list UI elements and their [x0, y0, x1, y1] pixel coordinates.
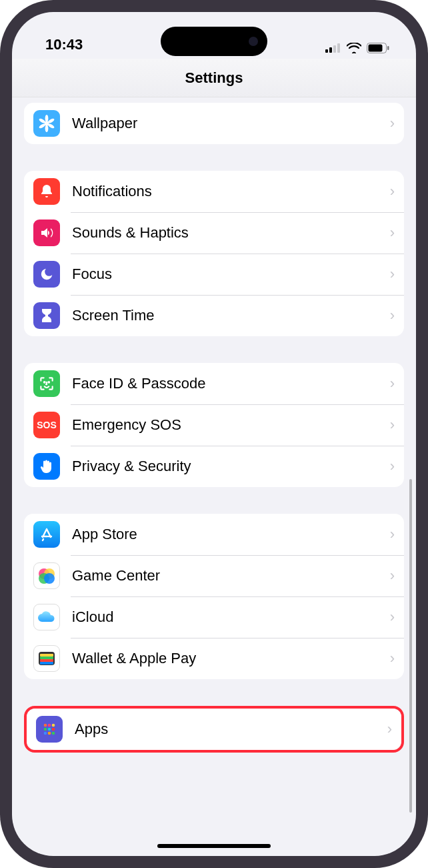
row-notifications[interactable]: Notifications ›: [24, 171, 404, 212]
svg-rect-6: [387, 46, 389, 50]
svg-rect-2: [333, 45, 336, 53]
wallet-icon: [33, 645, 60, 672]
svg-point-11: [45, 125, 49, 132]
dynamic-island: [161, 27, 267, 56]
svg-point-15: [48, 382, 49, 383]
svg-point-14: [44, 382, 45, 383]
row-emergency-sos[interactable]: SOS Emergency SOS ›: [24, 404, 404, 446]
bell-icon: [33, 178, 60, 205]
svg-point-25: [44, 724, 47, 727]
chevron-right-icon: ›: [390, 266, 395, 283]
chevron-right-icon: ›: [390, 526, 395, 543]
row-label: App Store: [72, 526, 390, 543]
row-screen-time[interactable]: Screen Time ›: [24, 295, 404, 336]
nav-header: Settings: [12, 59, 416, 97]
row-game-center[interactable]: Game Center ›: [24, 555, 404, 596]
moon-icon: [33, 261, 60, 288]
svg-point-27: [52, 724, 55, 727]
phone-frame: 10:43 Settings Wallpaper ›: [0, 0, 428, 868]
battery-icon: [367, 43, 389, 53]
svg-rect-0: [325, 49, 328, 53]
flower-icon: [33, 110, 60, 137]
hand-icon: [33, 453, 60, 480]
svg-point-28: [44, 728, 47, 731]
row-label: Face ID & Passcode: [72, 375, 390, 392]
settings-group: Wallpaper ›: [24, 103, 404, 144]
cellular-icon: [325, 43, 341, 53]
svg-rect-23: [40, 659, 53, 662]
svg-rect-24: [40, 662, 53, 665]
settings-group: Face ID & Passcode › SOS Emergency SOS ›…: [24, 363, 404, 487]
svg-point-8: [45, 115, 49, 122]
scrollbar[interactable]: [409, 479, 412, 813]
chevron-right-icon: ›: [390, 416, 395, 434]
hourglass-icon: [33, 302, 60, 329]
row-app-store[interactable]: App Store ›: [24, 514, 404, 555]
svg-rect-1: [329, 47, 332, 53]
face-icon: [33, 370, 60, 397]
status-time: 10:43: [45, 36, 83, 53]
chevron-right-icon: ›: [390, 608, 395, 626]
row-face-id-passcode[interactable]: Face ID & Passcode ›: [24, 363, 404, 404]
row-wallet-apple-pay[interactable]: Wallet & Apple Pay ›: [24, 638, 404, 679]
chevron-right-icon: ›: [390, 567, 395, 584]
row-label: Privacy & Security: [72, 458, 390, 475]
chevron-right-icon: ›: [390, 224, 395, 242]
row-focus[interactable]: Focus ›: [24, 254, 404, 295]
screen: 10:43 Settings Wallpaper ›: [12, 12, 416, 856]
row-privacy-security[interactable]: Privacy & Security ›: [24, 446, 404, 487]
svg-point-32: [48, 732, 51, 735]
chevron-right-icon: ›: [390, 458, 395, 475]
chevron-right-icon: ›: [390, 115, 395, 132]
wifi-icon: [347, 43, 361, 53]
svg-point-31: [44, 732, 47, 735]
svg-point-19: [44, 573, 55, 584]
apps-icon: [36, 716, 63, 743]
chevron-right-icon: ›: [390, 650, 395, 667]
svg-rect-21: [40, 654, 53, 657]
row-label: Game Center: [72, 567, 390, 584]
row-wallpaper[interactable]: Wallpaper ›: [24, 103, 404, 144]
status-icons: [325, 43, 389, 53]
row-label: Wallet & Apple Pay: [72, 650, 390, 667]
row-label: Wallpaper: [72, 115, 390, 132]
row-icloud[interactable]: iCloud ›: [24, 596, 404, 638]
home-indicator[interactable]: [157, 844, 271, 848]
chevron-right-icon: ›: [390, 375, 395, 392]
gamecenter-icon: [33, 562, 60, 589]
appstore-icon: [33, 521, 60, 548]
row-label: Notifications: [72, 183, 390, 200]
chevron-right-icon: ›: [390, 307, 395, 324]
row-apps[interactable]: Apps ›: [27, 709, 401, 750]
row-label: iCloud: [72, 608, 390, 626]
sos-icon: SOS: [33, 412, 60, 438]
svg-rect-22: [40, 657, 53, 659]
chevron-right-icon: ›: [390, 183, 395, 200]
highlight-ring: Apps ›: [24, 706, 404, 753]
settings-group: App Store › Game Center › iCloud ›: [24, 514, 404, 679]
settings-list[interactable]: Wallpaper › Notifications › Soun: [12, 97, 416, 856]
icloud-icon: [33, 604, 60, 630]
row-label: Screen Time: [72, 307, 390, 324]
row-label: Apps: [75, 721, 387, 738]
svg-point-30: [52, 728, 55, 731]
svg-point-29: [48, 728, 51, 731]
svg-point-26: [48, 724, 51, 727]
settings-group: Notifications › Sounds & Haptics › Focus…: [24, 171, 404, 336]
row-label: Sounds & Haptics: [72, 224, 390, 242]
chevron-right-icon: ›: [387, 721, 392, 738]
page-title: Settings: [185, 69, 243, 87]
svg-rect-5: [369, 45, 383, 52]
settings-group: Apps ›: [27, 709, 401, 750]
svg-point-33: [52, 732, 55, 735]
row-sounds-haptics[interactable]: Sounds & Haptics ›: [24, 212, 404, 254]
svg-rect-3: [337, 43, 340, 53]
row-label: Emergency SOS: [72, 416, 390, 434]
speaker-icon: [33, 220, 60, 246]
row-label: Focus: [72, 266, 390, 283]
